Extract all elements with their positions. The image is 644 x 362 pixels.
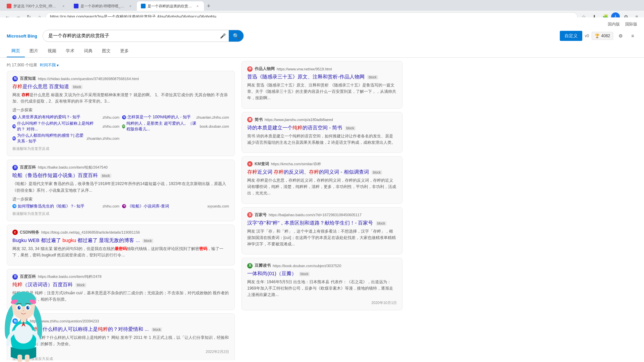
browser-tab-3[interactable]: 是一个存粹的这类的欣赏段子... ×	[137, 1, 204, 11]
result-title-2[interactable]: 哙船（鲁迅创作短篇小说集）百度百科 block	[12, 172, 229, 179]
right-source-url-2: https://www.jianshu.com/p/a180adb8aeed	[265, 118, 333, 122]
result-title-5[interactable]: 什么叫纯粹？什么样的人可以称得上是纯粹的？对待爱情和 ... block	[12, 325, 229, 333]
right-source-icon-3: K	[247, 161, 253, 167]
new-tab-button[interactable]: +	[204, 1, 213, 11]
left-results-col: 知 百度知道 https://zhidao.baidu.com/question…	[7, 71, 235, 360]
reward-badge[interactable]: 🏆 4082	[592, 32, 613, 40]
dropdown-icon: ▾	[57, 63, 59, 68]
result-source-2: 百 百度百科 https://baike.baidu.com/item/哙船/2…	[12, 165, 229, 170]
page-content: 国内版 国际版 Microsoft Bing 🎤 🔍 自定义 v0 🏆 4082…	[0, 17, 644, 362]
source-url-1: https://zhidao.baidu.com/question/374818…	[38, 77, 139, 81]
right-card-2: 简 简书 https://www.jianshu.com/p/a180adb8a…	[241, 112, 402, 153]
right-title-1[interactable]: 普迅《随感录三十五》原文、注释和赏析-作品人物网 block	[247, 73, 397, 80]
feedback-5[interactable]: 搜索更了后放发反方反成	[12, 356, 229, 360]
right-source-name-3: KM查词	[255, 161, 269, 167]
tab-favicon-2	[74, 4, 78, 8]
sub-link-text-1-3[interactable]: 什么叫纯粹？什么样的人可以被称上是纯粹的？ 对待...	[17, 121, 101, 132]
sub-link-1-2: 知 怎样算是一个 100%纯粹的人 - 知乎 zhuanlan.zhihu.co…	[122, 114, 229, 120]
feedback-2[interactable]: 极速酸味为造复苦反成	[12, 211, 229, 216]
result-card-4: 百 百度百科 https://baike.baidu.com/item/纯粹/2…	[7, 269, 235, 310]
result-card-1: 知 百度知道 https://zhidao.baidu.com/question…	[7, 71, 235, 156]
right-title-2[interactable]: 诗的本质是建立一个纯粹的语言空间 - 简书 block	[247, 124, 397, 131]
nav-domestic[interactable]: 国内版	[608, 21, 620, 27]
voice-icon-2: v0	[585, 34, 589, 38]
result-title-1[interactable]: 存粹是什么意思 百度知道 block	[12, 83, 229, 90]
tab-label-1: 梦迹流·700个人空间_哔哩哔哩...	[13, 4, 59, 9]
right-source-1: 作 作品人物网 https://www.vnw.net/wx/9519.html	[247, 66, 397, 72]
sub-link-src-1-1: zhihu.com	[103, 115, 119, 119]
right-card-3: K KM查词 https://kmcha.com/similar/存粹 存粹近义…	[241, 156, 402, 204]
right-title-4[interactable]: 汉字"存"和"粹"，本质区别和道路？献给学生们！- 百家号 block	[247, 219, 397, 226]
search-main-row: Microsoft Bing 🎤 🔍 自定义 v0 🏆 4082 ⚙ ≡	[0, 30, 644, 45]
sub-link-text-1-5[interactable]: 为什么人都崇向纯粹性的感情？| 恋爱关系 - 知乎	[17, 133, 86, 144]
voice-button[interactable]: 🎤	[217, 30, 229, 42]
results-left: 约 17,900 个结果 时间不限 ▾ 知 百度知道 https://zhida…	[7, 61, 235, 360]
menu-icon[interactable]: ≡	[628, 31, 637, 41]
search-header: 国内版 国际版 Microsoft Bing 🎤 🔍 自定义 v0 🏆 4082…	[0, 17, 644, 58]
browser-tab-2[interactable]: 是一个存粹的·哔哩哔哩_B站... ×	[70, 1, 137, 11]
sub-link-text-2-1[interactable]: 如何理解鲁迅先生的《哙船》？- 知乎	[18, 203, 85, 209]
sub-icon-1-2: 知	[122, 115, 126, 119]
tab-favicon-3	[141, 4, 146, 8]
right-block-3: block	[372, 170, 382, 175]
right-block-5: block	[299, 272, 310, 276]
tab-tuwen[interactable]: 图文	[97, 45, 115, 57]
block-badge-3: block	[143, 239, 153, 243]
tab-videos[interactable]: 视频	[43, 45, 61, 57]
right-source-4: 百 百家号 https://baijiahao.baidu.com/s?id=1…	[247, 212, 397, 218]
sub-link-src-1-3: zhihu.com	[103, 124, 119, 128]
right-card-1: 作 作品人物网 https://www.vnw.net/wx/9519.html…	[241, 61, 402, 109]
search-input[interactable]	[43, 33, 217, 39]
sign-in-button[interactable]: 自定义	[560, 31, 582, 41]
sub-link-2-2: 书 《哙船》小说词库-查词 xyyuedu.com	[122, 203, 229, 209]
block-badge-2: block	[101, 174, 111, 178]
result-card-2: 百 百度百科 https://baike.baidu.com/item/哙船/2…	[7, 160, 235, 221]
tab-close-1[interactable]: ×	[61, 3, 66, 9]
right-source-3: K KM查词 https://kmcha.com/similar/存粹	[247, 161, 397, 167]
feedback-1[interactable]: 极速酸味为造复苦反成	[12, 146, 229, 151]
right-date-5: 2020年10月1日	[247, 300, 397, 305]
source-url-5: https://www.zhihu.com/question/20394233	[30, 319, 99, 323]
result-title-3[interactable]: Bugku WEB 都过遍了 bugku 都过遍了 显现无敌的博客 ... bl…	[12, 237, 229, 244]
settings-icon[interactable]: ⚙	[616, 31, 625, 41]
sub-link-text-1-4[interactable]: 纯粹的人，是那类主 超可爱的人。（课程版你看儿...	[126, 121, 198, 132]
reward-icon: 🏆	[595, 34, 600, 38]
time-filter[interactable]: 时间不限 ▾	[40, 62, 59, 68]
right-source-name-2: 简书	[255, 117, 263, 123]
tab-academic[interactable]: 学术	[61, 45, 79, 57]
sub-link-text-1-2[interactable]: 怎样算是一个 100%纯粹的人 - 知乎	[127, 114, 191, 120]
date-badge-5: 2022年2月2日	[12, 349, 229, 354]
sub-link-1-1: 知 人类世界真的有纯粹的爱吗？- 知乎 zhihu.com	[12, 114, 119, 120]
source-name-4: 百度百科	[20, 274, 36, 280]
reward-count: 4082	[601, 34, 610, 38]
nav-international[interactable]: 国际版	[625, 21, 637, 27]
tab-close-3[interactable]: ×	[195, 3, 200, 9]
sub-links-1: 知 人类世界真的有纯粹的爱吗？- 知乎 zhihu.com 知 怎样算是一个 1…	[12, 114, 229, 144]
result-desc-1: 网友 存粹是什么意思 标题发 又说为什么不采用清楚精神体来清楚？ 就是的啊。 1…	[12, 92, 229, 105]
tab-images[interactable]: 图片	[25, 45, 43, 57]
right-desc-1: 网友 普迅《随感录三十五》原文、注释和赏析 《随感录三十五》是鲁迅写的一篇文章。…	[247, 82, 397, 102]
tab-close-2[interactable]: ×	[128, 3, 133, 9]
tab-more[interactable]: 更多	[115, 45, 133, 57]
sub-link-src-1-5: zhuanlan.zhihu.com	[87, 136, 119, 140]
right-source-icon-2: 简	[247, 117, 253, 122]
search-button[interactable]: 🔍	[229, 30, 244, 42]
sub-link-src-1-4: book.douban.com	[200, 124, 229, 128]
right-title-3[interactable]: 存粹近义词 存粹的反义词、存粹的同义词 - 相似调查词 block	[247, 168, 397, 175]
source-icon-1: 知	[12, 76, 18, 81]
right-source-url-5: https://book.douban.com/subject/3037520	[273, 264, 341, 268]
source-name-1: 百度知道	[20, 76, 36, 81]
result-source-3: C CSDN特务 https://blog.csdn.net/qq_416968…	[12, 230, 229, 235]
browser-tab-1[interactable]: 梦迹流·700个人空间_哔哩哔哩... ×	[3, 1, 70, 11]
sub-link-text-1-1[interactable]: 人类世界真的有纯粹的爱吗？- 知乎	[18, 114, 80, 120]
right-results-col: 作 作品人物网 https://www.vnw.net/wx/9519.html…	[241, 61, 402, 314]
right-title-5[interactable]: 一体和尚(01)（豆瓣） block	[247, 270, 397, 277]
right-source-url-3: https://kmcha.com/similar/存粹	[271, 162, 321, 167]
result-title-4[interactable]: 纯粹（汉语词语）百度百科 block	[12, 281, 229, 288]
sub-link-text-2-2[interactable]: 《哙船》小说词库-查词	[127, 203, 169, 209]
tab-dict[interactable]: 词典	[79, 45, 97, 57]
right-card-4: 百 百家号 https://baijiahao.baidu.com/s?id=1…	[241, 207, 402, 255]
tab-webpage[interactable]: 网页	[7, 45, 25, 57]
source-name-2: 百度百科	[20, 165, 36, 170]
sub-icon-1-5: 知	[12, 136, 16, 140]
